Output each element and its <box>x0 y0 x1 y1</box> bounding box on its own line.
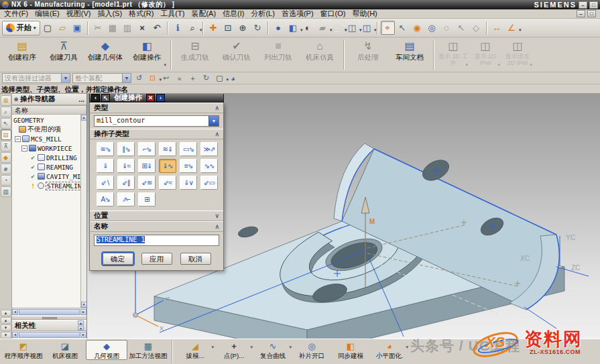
graphics-viewport[interactable]: M YC XC ZC Y X ‹ ↖ 创建操作 ✕ <box>87 94 600 339</box>
create-tool-button[interactable]: ⊼ 创建刀具 <box>43 39 84 70</box>
zlevel-corner-icon[interactable]: ≫⇗ <box>200 142 218 156</box>
info-icon[interactable]: ℹ <box>171 21 185 35</box>
scroll-right-icon[interactable]: ► <box>80 309 86 315</box>
machining-method-view-tab[interactable]: ▦ 加工方法视图 <box>127 340 169 360</box>
dialog-close-icon[interactable]: ✕ <box>146 94 155 102</box>
rotate-sphere-icon[interactable]: ◉ <box>410 21 424 35</box>
dialog-forward-icon[interactable]: › <box>156 94 165 102</box>
menu-preferences[interactable]: 首选项(P) <box>282 9 314 19</box>
selection-scope-combo[interactable]: 整个装配 ▼ <box>72 73 131 83</box>
corner-rough-icon[interactable]: ⌐⇘ <box>138 142 156 156</box>
zoom-box-icon[interactable]: ⊡ <box>221 21 235 35</box>
collapse-expander-icon[interactable]: − <box>21 145 27 151</box>
history-icon[interactable]: ◔ <box>1 175 11 186</box>
subtype-section-header[interactable]: 操作子类型 ∧ <box>90 129 223 139</box>
collapse-chevron-icon[interactable]: ∧ <box>215 105 219 111</box>
contour-area-non-steep-icon[interactable]: ≡⇘ <box>180 159 197 173</box>
menu-insert[interactable]: 插入(S) <box>97 9 122 19</box>
menu-tools[interactable]: 工具(T) <box>160 9 184 19</box>
name-section-header[interactable]: 名称 ∧ <box>90 221 223 232</box>
scroll-left-icon[interactable]: ◄ <box>12 309 18 315</box>
dependencies-up-icon[interactable]: ▲ <box>78 320 84 325</box>
dialog-pointer-icon[interactable]: ↖ <box>101 94 110 102</box>
contour-flow-icon[interactable]: ⇙▭ <box>200 176 218 190</box>
top-selection-icon[interactable]: ⊡ <box>147 72 158 84</box>
previous-selection-icon[interactable]: ↩ <box>160 72 172 84</box>
combo-arrow-icon[interactable]: ▼ <box>61 74 70 82</box>
contour-area-dir-steep-icon[interactable]: ⇘∿ <box>200 159 218 173</box>
dependencies-header[interactable]: 相关性 ▲ ▼ <box>12 320 86 330</box>
isometric-view-icon[interactable]: ◧ <box>286 21 300 35</box>
menu-view[interactable]: 视图(V) <box>66 9 91 19</box>
user-defined-icon[interactable]: ⇗⌐ <box>117 192 135 206</box>
new-part-icon[interactable]: ▢ <box>41 21 55 35</box>
cancel-button[interactable]: 取消 <box>180 253 211 265</box>
tree-row-cavity-mill[interactable]: ✔ CAVITY_MILL <box>12 172 80 181</box>
shaded-view-icon[interactable]: ● <box>272 21 286 35</box>
navigator-menu-button[interactable]: ... <box>78 95 84 103</box>
start-menu-button[interactable]: 开始 ▾ <box>2 21 40 36</box>
type-dropdown[interactable]: mill_contour ▼ <box>94 115 219 127</box>
dependencies-down-icon[interactable]: ▼ <box>78 326 84 330</box>
dependencies-scrollbar[interactable]: ◄ ► <box>12 330 86 339</box>
type-section-header[interactable]: 类型 ∧ <box>90 103 223 113</box>
tree-row-unused-items[interactable]: 不使用的项 <box>12 125 80 134</box>
name-column-header[interactable]: 名称 <box>12 105 86 115</box>
delete-icon[interactable]: × <box>135 21 149 35</box>
pin-icon[interactable]: ◉ <box>14 97 18 102</box>
tree-row-reaming[interactable]: ✔ REAMING <box>12 162 80 172</box>
reuse-library-icon[interactable]: ◆ <box>1 152 11 163</box>
undo-icon[interactable]: ↶ <box>150 21 164 35</box>
create-program-button[interactable]: ▤ 创建程序 <box>1 39 43 70</box>
contour-surface-area-icon[interactable]: ⊞⇓ <box>138 159 156 173</box>
menu-format[interactable]: 格式(R) <box>129 9 154 19</box>
doc-restore-button[interactable]: □ <box>587 10 596 17</box>
create-operation-button[interactable]: ◧ 创建操作 ▾ <box>126 39 168 70</box>
collapse-chevron-icon[interactable]: ∧ <box>215 131 219 137</box>
flowcut-multiple-icon[interactable]: ⇙∥ <box>117 176 135 190</box>
resource-scroll-up-icon[interactable]: ▲ <box>1 310 11 316</box>
selection-filter-combo[interactable]: 没有选择过滤器 ▼ <box>2 73 70 83</box>
zoom-icon[interactable]: ⊕ <box>236 21 250 35</box>
menu-analysis[interactable]: 分析(L) <box>251 9 274 19</box>
menu-assemblies[interactable]: 装配(A) <box>191 9 216 19</box>
patch-opening-button[interactable]: ◎ 补片开口 <box>292 340 331 360</box>
constraint-navigator-icon[interactable]: ⌕ <box>1 107 11 117</box>
resource-scroll-down-icon[interactable]: ▼ <box>1 324 11 331</box>
minimize-button[interactable]: – <box>579 1 587 9</box>
handles-icon[interactable]: ↖ <box>396 21 410 35</box>
rotate-object-icon[interactable]: ↻ <box>200 72 212 84</box>
measure-distance-icon[interactable]: ↔ <box>490 21 504 35</box>
doc-minimize-button[interactable]: – <box>577 10 585 17</box>
contour-area-icon[interactable]: ⇓≈ <box>117 159 135 173</box>
save-icon[interactable]: ▣ <box>70 21 84 35</box>
scrollbar-thumb[interactable] <box>19 332 80 338</box>
rest-milling-icon[interactable]: ≋⇓ <box>159 142 176 156</box>
menu-information[interactable]: 信息(I) <box>223 9 244 19</box>
work-view-icon[interactable]: ◕ <box>227 72 239 84</box>
resource-scroll-down2-icon[interactable]: ▼ <box>1 332 11 339</box>
contour-text-icon[interactable]: A⇘ <box>97 192 114 206</box>
facet-body-button[interactable]: ◕ 小平面化. ▾ <box>370 340 409 360</box>
splitter-grip[interactable] <box>42 317 57 319</box>
flowcut-ref-tool-icon[interactable]: ⇙≋ <box>138 176 156 190</box>
scrollbar-thumb[interactable] <box>19 309 80 315</box>
snap-point-icon[interactable]: ⌖ <box>381 21 395 35</box>
scroll-up-icon[interactable]: ▲ <box>81 115 87 121</box>
pan-sphere-icon[interactable]: ◎ <box>425 21 439 35</box>
open-icon[interactable]: ▱ <box>56 21 70 35</box>
collapse-expander-icon[interactable]: − <box>15 136 21 142</box>
streamline-icon[interactable]: ⇓∿ <box>159 159 176 173</box>
create-geometry-button[interactable]: ◆ 创建几何体 <box>84 39 126 70</box>
tree-row-mcs-mill[interactable]: − MCS_MILL <box>12 134 80 143</box>
dialog-back-icon[interactable]: ‹ <box>91 94 100 102</box>
refresh-icon[interactable]: ↺ <box>133 72 145 84</box>
machine-tool-navigator-icon[interactable]: ⊼ <box>1 141 11 151</box>
tree-horizontal-scrollbar[interactable]: ◄ ► <box>12 308 86 316</box>
tree-vertical-scrollbar[interactable]: ▲ ▼ <box>80 115 86 308</box>
expand-chevron-icon[interactable]: ∨ <box>215 213 219 219</box>
operation-name-input[interactable]: STREAMLINE_1 <box>94 235 219 246</box>
scroll-right-icon[interactable]: ► <box>80 332 86 338</box>
composite-curve-button[interactable]: ∿ 复合曲线 ▾ <box>253 340 292 360</box>
profile-3d-icon[interactable]: ⇓∨ <box>180 176 197 190</box>
